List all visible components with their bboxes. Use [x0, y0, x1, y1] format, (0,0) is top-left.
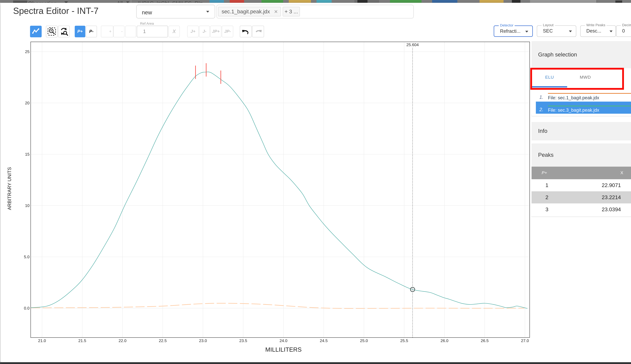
svg-text:ARBITRARY UNITS: ARBITRARY UNITS [7, 167, 12, 210]
svg-text:MILLILITERS: MILLILITERS [265, 346, 302, 353]
svg-text:23.5: 23.5 [239, 338, 247, 343]
svg-text:24.5: 24.5 [320, 338, 328, 343]
svg-text:26.5: 26.5 [481, 338, 489, 343]
svg-text:21.5: 21.5 [78, 338, 86, 343]
svg-text:20: 20 [25, 101, 30, 105]
svg-text:25.0: 25.0 [360, 338, 368, 343]
svg-text:0.0: 0.0 [24, 306, 30, 310]
svg-text:25: 25 [25, 50, 30, 54]
svg-text:22.5: 22.5 [159, 338, 167, 343]
svg-text:21.0: 21.0 [38, 338, 46, 343]
svg-text:27.0: 27.0 [521, 338, 529, 343]
svg-text:25.5: 25.5 [400, 338, 408, 343]
svg-text:15: 15 [25, 152, 30, 156]
svg-text:5.0: 5.0 [24, 254, 30, 259]
svg-text:22.0: 22.0 [119, 338, 126, 343]
svg-text:10: 10 [25, 203, 30, 208]
svg-text:24.0: 24.0 [280, 338, 287, 343]
svg-text:26.0: 26.0 [441, 338, 448, 343]
svg-text:23.0: 23.0 [199, 338, 207, 343]
svg-text:25.604: 25.604 [406, 42, 419, 47]
